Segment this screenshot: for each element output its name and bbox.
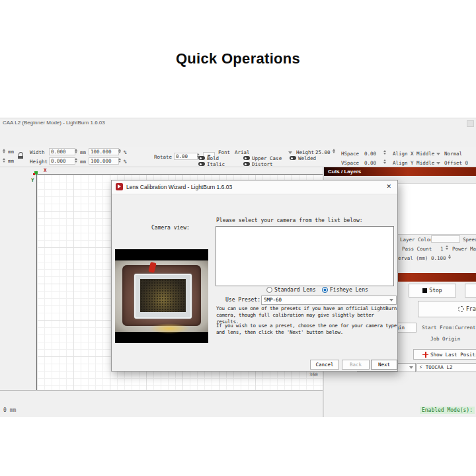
width-scale-spinner[interactable] bbox=[118, 149, 121, 153]
italic-checkbox[interactable] bbox=[198, 162, 205, 166]
stop-button[interactable]: Stop bbox=[409, 284, 456, 298]
pass-count-label: Pass Count bbox=[402, 246, 432, 252]
window-title: CAA L2 (Beginner Mode) - LightBurn 1.6.0… bbox=[3, 120, 105, 126]
cancel-button[interactable]: Cancel bbox=[310, 360, 339, 370]
width-scale-input[interactable]: 100.000 bbox=[89, 148, 119, 155]
cuts-layers-header[interactable]: Cuts / Layers bbox=[324, 167, 476, 176]
cuts-layers-title: Cuts / Layers bbox=[328, 169, 361, 175]
start-from-combo[interactable]: Current Position bbox=[455, 325, 476, 331]
fisheye-lens-radio[interactable] bbox=[322, 287, 328, 293]
bold-checkbox[interactable] bbox=[198, 156, 205, 160]
ruler-bottom-line bbox=[0, 390, 323, 391]
page-title: Quick Operations bbox=[0, 50, 476, 67]
toolbar-button-fragment[interactable] bbox=[465, 284, 476, 298]
align-y-chevron-icon[interactable] bbox=[436, 162, 440, 165]
welded-checkbox[interactable] bbox=[290, 156, 296, 160]
page: Quick Operations CAA L2 (Beginner Mode) … bbox=[0, 0, 476, 476]
font-height-label: Height bbox=[296, 149, 314, 155]
upper-case-checkbox[interactable] bbox=[243, 156, 250, 160]
font-height-value[interactable]: 25.00 bbox=[315, 149, 331, 155]
crosshair-red-icon bbox=[422, 352, 428, 358]
pass-count-spinner[interactable] bbox=[446, 245, 448, 250]
preset-instruction-paragraph: If you wish to use a preset, choose the … bbox=[216, 323, 399, 336]
lightburn-logo-icon bbox=[116, 183, 123, 190]
unit-spinner-bottom[interactable] bbox=[3, 158, 5, 163]
window-titlebar[interactable]: CAA L2 (Beginner Mode) - LightBurn 1.6.0… bbox=[0, 118, 476, 128]
status-position: 0 mm bbox=[3, 407, 16, 413]
show-last-label: Show Last Position bbox=[430, 352, 476, 358]
window-controls[interactable] bbox=[467, 120, 474, 127]
frame-circle-icon bbox=[458, 306, 464, 312]
status-enabled-modes: Enabled Mode(s): bbox=[420, 407, 475, 414]
pass-count-value[interactable]: 1 bbox=[440, 246, 444, 252]
distort-checkbox[interactable] bbox=[243, 162, 250, 166]
lens-calibration-dialog: Lens Calibration Wizard - LightBurn 1.6.… bbox=[111, 180, 398, 372]
bold-label: Bold bbox=[207, 155, 219, 161]
vspace-spinner[interactable] bbox=[383, 159, 386, 164]
axis-y-label: Y bbox=[31, 177, 34, 183]
rotate-label: Rotate bbox=[154, 154, 172, 160]
layer-color-swatch[interactable] bbox=[431, 235, 460, 243]
font-combo-chevron-icon[interactable] bbox=[288, 151, 292, 154]
align-x-chevron-icon[interactable] bbox=[436, 153, 440, 155]
stop-icon bbox=[422, 288, 427, 293]
device-combo[interactable]: ⚡ TOOCAA L2 bbox=[416, 363, 476, 372]
font-label: Font bbox=[218, 149, 230, 155]
height-percent: % bbox=[124, 159, 127, 165]
device-name: TOOCAA L2 bbox=[426, 364, 453, 370]
width-spinner[interactable] bbox=[75, 149, 77, 153]
distort-label: Distort bbox=[252, 161, 273, 167]
unit-top[interactable]: mm bbox=[8, 149, 14, 155]
back-button[interactable]: Back bbox=[342, 360, 370, 370]
dialog-titlebar[interactable]: Lens Calibration Wizard - LightBurn 1.6.… bbox=[112, 180, 397, 194]
height-input[interactable]: 0.000 bbox=[49, 157, 75, 165]
height-label: Height bbox=[30, 159, 48, 165]
style-combo[interactable]: Normal bbox=[444, 151, 462, 157]
camera-listbox[interactable] bbox=[216, 226, 394, 286]
rotate-input[interactable]: 0.00 bbox=[174, 153, 198, 160]
align-y-combo[interactable]: Align Y Middle bbox=[393, 160, 434, 166]
close-icon[interactable]: ✕ bbox=[386, 183, 391, 190]
offset-value[interactable]: Offset 0 bbox=[444, 160, 468, 166]
frame-button[interactable]: Frame bbox=[418, 301, 476, 317]
font-family-combo[interactable]: Arial bbox=[235, 149, 250, 155]
power-label: Power Max bbox=[452, 246, 476, 252]
vspace-label: VSpace bbox=[341, 160, 359, 166]
camera-photo bbox=[115, 260, 208, 332]
height-spinner[interactable] bbox=[75, 158, 77, 163]
show-last-position-button[interactable]: Show Last Position bbox=[413, 349, 476, 360]
preset-combo[interactable]: 5MP-60 bbox=[261, 296, 397, 305]
job-origin-label: Job Origin bbox=[430, 336, 460, 342]
upper-case-label: Upper Case bbox=[252, 155, 282, 161]
width-percent: % bbox=[124, 149, 127, 155]
unit-bottom[interactable]: mm bbox=[8, 158, 14, 164]
origin-marker bbox=[34, 171, 38, 175]
standard-lens-radio[interactable] bbox=[266, 287, 272, 293]
fisheye-lens-label[interactable]: Fisheye Lens bbox=[330, 287, 368, 293]
italic-label: Italic bbox=[207, 161, 225, 167]
standard-lens-label[interactable]: Standard Lens bbox=[274, 287, 316, 293]
axis-x-label: X bbox=[44, 167, 47, 173]
height-scale-input[interactable]: 100.000 bbox=[89, 157, 119, 165]
font-height-spinner[interactable] bbox=[333, 149, 335, 153]
align-x-combo[interactable]: Align X Middle bbox=[393, 151, 434, 157]
lock-aspect-icon[interactable] bbox=[18, 152, 23, 158]
width-input[interactable]: 0.000 bbox=[49, 148, 75, 155]
frame-label: Frame bbox=[466, 306, 476, 312]
hspace-value[interactable]: 0.00 bbox=[364, 151, 376, 157]
stop-label: Stop bbox=[429, 288, 442, 294]
interval-spinner[interactable] bbox=[448, 255, 451, 259]
dialog-title: Lens Calibration Wizard - LightBurn 1.6.… bbox=[126, 184, 232, 190]
hspace-label: HSpace bbox=[341, 151, 359, 157]
height-scale-spinner[interactable] bbox=[118, 158, 121, 163]
camera-preview-image bbox=[115, 249, 208, 343]
hspace-spinner[interactable] bbox=[383, 150, 386, 155]
unit-spinner-top[interactable] bbox=[3, 149, 5, 153]
speed-label: Speed bbox=[463, 237, 476, 243]
width-unit: mm bbox=[80, 149, 86, 155]
interval-value[interactable]: 0.100 bbox=[431, 255, 446, 261]
layer-color-label: Layer Color bbox=[400, 237, 433, 243]
vspace-value[interactable]: 0.00 bbox=[364, 160, 376, 166]
next-button[interactable]: Next bbox=[371, 360, 397, 370]
start-from-label: Start From: bbox=[422, 325, 455, 331]
